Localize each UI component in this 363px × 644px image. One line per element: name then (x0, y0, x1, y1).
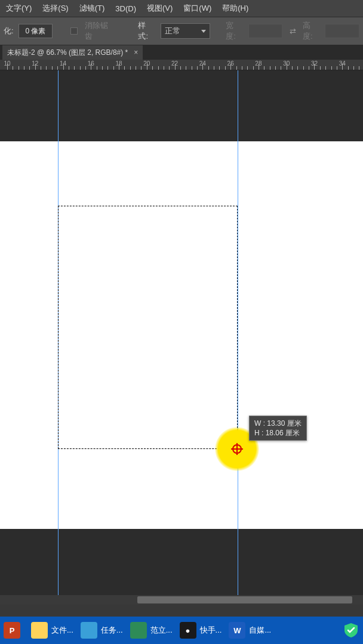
width-label: 宽度: (226, 20, 243, 42)
document-tab-title: 未标题-2 @ 66.7% (图层 2, RGB/8#) * (7, 48, 128, 58)
tooltip-h-value: 18.06 厘米 (266, 429, 300, 437)
height-input (325, 24, 359, 38)
menu-select[interactable]: 选择(S) (42, 3, 68, 14)
ruler-tick-label: 26 (227, 60, 234, 67)
antialias-checkbox[interactable] (70, 27, 78, 35)
menu-filter[interactable]: 滤镜(T) (79, 3, 105, 14)
horizontal-scrollbar[interactable] (0, 595, 363, 605)
tooltip-w-label: W : (254, 419, 265, 428)
taskbar-app-icon: W (229, 622, 245, 639)
ruler-tick-label: 30 (283, 60, 290, 67)
taskbar-app-icon (81, 622, 97, 639)
dimension-tooltip: W : 13.30 厘米 H : 18.06 厘米 (249, 416, 307, 441)
taskbar-app-icon: P (4, 622, 20, 639)
style-select[interactable]: 正常 (161, 23, 210, 39)
ruler-tick-label: 20 (143, 60, 150, 67)
taskbar-item[interactable]: W自媒... (229, 622, 271, 639)
taskbar-item-label: 自媒... (249, 625, 271, 636)
close-icon[interactable]: × (134, 48, 138, 57)
taskbar-app-icon (31, 622, 48, 639)
taskbar-item-label: 任务... (101, 625, 123, 636)
horizontal-ruler[interactable]: 10121416182022242628303234 (0, 60, 363, 70)
taskbar-item-label: 范立... (150, 625, 173, 636)
style-value: 正常 (165, 26, 180, 36)
guide-vertical-right[interactable] (238, 70, 238, 605)
document-tab-strip: 未标题-2 @ 66.7% (图层 2, RGB/8#) * × (0, 45, 363, 60)
ruler-tick-label: 10 (4, 60, 10, 67)
ruler-tick-label: 14 (60, 60, 66, 67)
crosshair-icon (231, 443, 243, 455)
tooltip-w-value: 13.30 厘米 (267, 419, 301, 428)
height-label: 高度: (303, 20, 320, 42)
options-bar: 化: 0 像素 消除锯齿 样式: 正常 宽度: ⇄ 高度: (0, 17, 363, 45)
taskbar-item-label: 文件... (51, 625, 73, 636)
style-label: 样式: (138, 20, 155, 42)
taskbar-item[interactable]: ●快手... (180, 622, 222, 639)
ruler-tick-label: 18 (116, 60, 122, 67)
ruler-tick-label: 32 (311, 60, 318, 67)
document-tab[interactable]: 未标题-2 @ 66.7% (图层 2, RGB/8#) * × (2, 45, 143, 60)
feather-input[interactable]: 0 像素 (19, 24, 53, 38)
taskbar-item[interactable]: 任务... (81, 622, 123, 639)
menu-window[interactable]: 窗口(W) (183, 3, 211, 14)
taskbar[interactable]: P文件...任务...范立...●快手...W自媒... (0, 617, 363, 644)
menu-help[interactable]: 帮助(H) (222, 3, 248, 14)
ruler-tick-label: 28 (255, 60, 262, 67)
scrollbar-thumb[interactable] (137, 596, 352, 603)
ruler-tick-label: 16 (88, 60, 94, 67)
taskbar-item[interactable]: P (4, 622, 24, 639)
menu-type[interactable]: 文字(Y) (6, 3, 32, 14)
menu-3d[interactable]: 3D(D) (115, 4, 136, 13)
ruler-tick-label: 24 (199, 60, 206, 67)
taskbar-item[interactable]: 范立... (130, 622, 173, 639)
width-input (248, 24, 283, 38)
security-shield-icon[interactable] (343, 622, 359, 639)
taskbar-app-icon: ● (180, 622, 196, 639)
taskbar-item[interactable]: 文件... (31, 622, 73, 639)
ruler-tick-label: 12 (32, 60, 38, 67)
menu-view[interactable]: 视图(V) (147, 3, 173, 14)
menu-bar: 文字(Y) 选择(S) 滤镜(T) 3D(D) 视图(V) 窗口(W) 帮助(H… (0, 0, 363, 17)
workspace[interactable]: W : 13.30 厘米 H : 18.06 厘米 (0, 70, 363, 605)
marquee-selection[interactable] (58, 206, 238, 449)
antialias-label: 消除锯齿 (85, 20, 116, 42)
tooltip-h-label: H : (254, 429, 263, 437)
ruler-tick-label: 22 (171, 60, 178, 67)
ruler-tick-label: 34 (339, 60, 346, 67)
swap-wh-icon[interactable]: ⇄ (287, 26, 298, 36)
taskbar-app-icon (130, 622, 147, 639)
taskbar-item-label: 快手... (200, 625, 222, 636)
feather-label: 化: (4, 26, 14, 36)
chevron-down-icon (201, 30, 206, 33)
